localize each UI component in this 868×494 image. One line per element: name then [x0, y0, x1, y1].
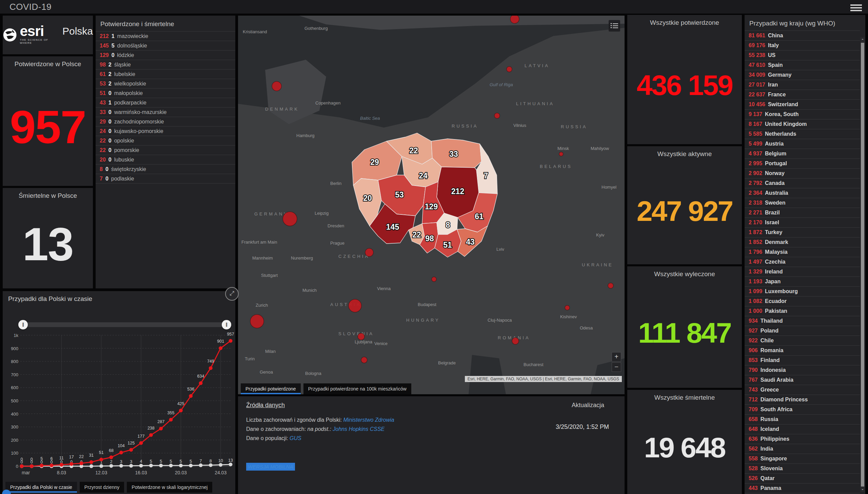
- voivodeship-row[interactable]: 80świętokrzyskie: [96, 165, 235, 174]
- country-row[interactable]: 4 937Belgium: [745, 149, 860, 159]
- country-row[interactable]: 5 585Netherlands: [745, 129, 860, 139]
- country-row[interactable]: 1 852Denmark: [745, 238, 860, 247]
- voivodeship-row[interactable]: 1455dolnośląskie: [96, 41, 235, 51]
- svg-text:12.03: 12.03: [95, 470, 107, 475]
- chart-tab[interactable]: Przyrost dzienny: [80, 482, 124, 493]
- country-row[interactable]: 8 167United Kingdom: [745, 119, 860, 129]
- voivodeship-row[interactable]: 290zachodniopomorskie: [96, 117, 235, 127]
- country-row[interactable]: 10 456Switzerland: [745, 100, 860, 110]
- voivodeship-row[interactable]: 70podlaskie: [96, 174, 235, 184]
- voivodeship-row[interactable]: 200lubuskie: [96, 155, 235, 165]
- country-row[interactable]: 922Chile: [745, 336, 860, 346]
- country-row[interactable]: 709South Africa: [745, 405, 860, 415]
- country-row[interactable]: 934Thailand: [745, 316, 860, 326]
- voivodeship-row[interactable]: 532wielkopolskie: [96, 79, 235, 89]
- voivodeship-row[interactable]: 612lubelskie: [96, 70, 235, 79]
- map-tab[interactable]: Przypadki potwierdzone: [241, 383, 301, 394]
- expand-icon[interactable]: ⤢: [225, 287, 239, 301]
- chart-tab[interactable]: Przypadki dla Polski w czasie: [5, 482, 77, 493]
- country-row[interactable]: 1 497Czechia: [745, 257, 860, 267]
- region-podkarpackie[interactable]: 43: [457, 226, 488, 256]
- jhu-link[interactable]: Johns Hopkins CSSE: [333, 426, 384, 432]
- region-mazowieckie[interactable]: 212: [437, 167, 479, 217]
- country-row[interactable]: 562India: [745, 444, 860, 454]
- svg-text:1k: 1k: [14, 333, 18, 338]
- region-warmińsko-mazurskie[interactable]: 33: [431, 139, 481, 168]
- poland-choropleth[interactable]: 292233724212205312914522988615143: [346, 124, 507, 273]
- country-row[interactable]: 528Slovenia: [745, 464, 860, 474]
- country-row[interactable]: 2 995Portugal: [745, 159, 860, 169]
- svg-text:4: 4: [140, 459, 142, 464]
- country-row[interactable]: 27 017Iran: [745, 80, 860, 90]
- map-tab[interactable]: Przypadki potwierdzone na 100k mieszkańc…: [303, 383, 411, 394]
- country-row[interactable]: 34 009Germany: [745, 70, 860, 80]
- country-row[interactable]: 81 661China: [745, 31, 860, 41]
- gus-link[interactable]: GUS: [290, 435, 301, 441]
- country-row[interactable]: 5 499Austria: [745, 139, 860, 149]
- slider-handle-right[interactable]: ∥: [222, 320, 231, 329]
- deaths-poland-panel: Śmiertelne w Polsce 13: [3, 188, 93, 288]
- country-row[interactable]: 1 193Japan: [745, 277, 860, 287]
- country-row[interactable]: 906Romania: [745, 346, 860, 356]
- country-row[interactable]: 1 099Luxembourg: [745, 287, 860, 297]
- voivodeship-row[interactable]: 240kujawsko-pomorskie: [96, 127, 235, 136]
- country-row[interactable]: 2 364Australia: [745, 188, 860, 198]
- country-row[interactable]: 2 902Norway: [745, 169, 860, 178]
- voivodeship-row[interactable]: 220opolskie: [96, 136, 235, 146]
- country-row[interactable]: 55 238US: [745, 51, 860, 60]
- mobile-version-link[interactable]: WERSJA MOBILNA: [246, 463, 295, 471]
- country-row[interactable]: 9 137Korea, South: [745, 110, 860, 119]
- country-row[interactable]: 927Poland: [745, 326, 860, 336]
- scroll-down-icon[interactable]: ⌄: [861, 487, 865, 491]
- scroll-up-icon[interactable]: ⌃: [861, 38, 865, 43]
- country-row[interactable]: 743Greece: [745, 385, 860, 395]
- voivodeship-row[interactable]: 1290łódzkie: [96, 51, 235, 60]
- country-row[interactable]: 2 170Israel: [745, 218, 860, 228]
- menu-icon[interactable]: [850, 3, 862, 11]
- voivodeship-row[interactable]: 982śląskie: [96, 60, 235, 70]
- country-row[interactable]: 1 000Pakistan: [745, 306, 860, 316]
- country-row[interactable]: 22 637France: [745, 90, 860, 100]
- ministry-link[interactable]: Ministerstwo Zdrowia: [343, 417, 394, 423]
- svg-text:11: 11: [59, 456, 64, 460]
- country-row[interactable]: 853Finland: [745, 356, 860, 365]
- country-row[interactable]: 2 271Brazil: [745, 208, 860, 218]
- map-panel[interactable]: KristiansandGothenburgDENMARKCopenhagenB…: [238, 16, 625, 394]
- voivodeship-row[interactable]: 431podkarpackie: [96, 98, 235, 108]
- country-row[interactable]: 69 176Italy: [745, 41, 860, 51]
- legend-icon[interactable]: [609, 20, 620, 32]
- svg-text:125: 125: [127, 441, 135, 445]
- chart-tab[interactable]: Potwierdzone w skali logarytmicznej: [127, 482, 212, 493]
- country-row[interactable]: 558Singapore: [745, 454, 860, 464]
- country-row[interactable]: 443Panama: [745, 483, 860, 493]
- voivodeship-row[interactable]: 510małopolskie: [96, 89, 235, 98]
- country-row[interactable]: 2 792Canada: [745, 178, 860, 188]
- country-row[interactable]: 47 610Spain: [745, 60, 860, 70]
- country-row[interactable]: 767Saudi Arabia: [745, 375, 860, 385]
- country-row[interactable]: 1 082Ecuador: [745, 297, 860, 306]
- country-row[interactable]: 526Qatar: [745, 474, 860, 483]
- svg-text:145: 145: [386, 223, 399, 231]
- voivodeship-row[interactable]: 330warmińsko-mazurskie: [96, 108, 235, 117]
- voivodeship-row[interactable]: 2121mazowieckie: [96, 32, 235, 41]
- slider-handle-left[interactable]: ∥: [18, 320, 28, 329]
- voivodeship-row[interactable]: 220pomorskie: [96, 146, 235, 155]
- scrollbar-thumb[interactable]: [861, 43, 864, 487]
- svg-text:901: 901: [217, 339, 224, 344]
- svg-text:3: 3: [130, 459, 132, 464]
- deaths-poland-title: Śmiertelne w Polsce: [3, 188, 93, 200]
- zoom-in-button[interactable]: +: [612, 352, 621, 362]
- country-row[interactable]: 1 796Malaysia: [745, 247, 860, 257]
- country-row[interactable]: 648Iceland: [745, 424, 860, 434]
- country-row[interactable]: 636Philippines: [745, 434, 860, 444]
- country-row[interactable]: 2 318Sweden: [745, 198, 860, 208]
- country-row[interactable]: 658Russia: [745, 415, 860, 424]
- country-row[interactable]: 712Diamond Princess: [745, 395, 860, 405]
- country-row[interactable]: 1 329Ireland: [745, 267, 860, 277]
- country-row[interactable]: 1 872Turkey: [745, 228, 860, 238]
- world-active-panel: Wszystkie aktywne 247 927: [627, 146, 742, 264]
- country-row[interactable]: 790Indonesia: [745, 365, 860, 375]
- country-list-scrollbar[interactable]: ⌃ ⌄: [861, 37, 865, 492]
- zoom-out-button[interactable]: −: [612, 362, 621, 372]
- slider-track[interactable]: [23, 322, 227, 327]
